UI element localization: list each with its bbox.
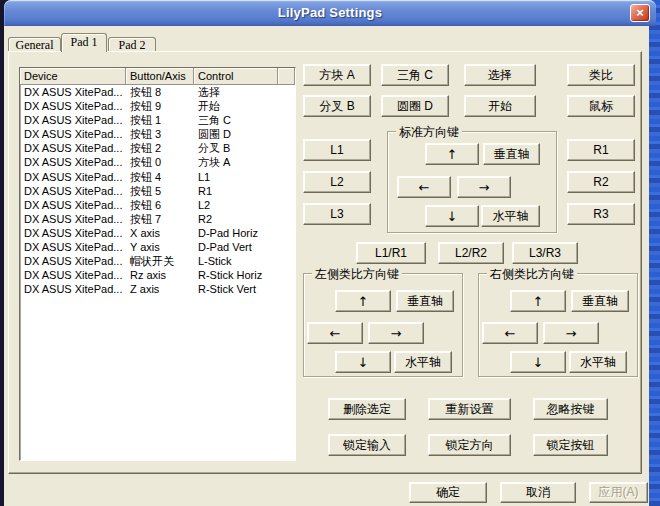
table-body: DX ASUS XitePad... 按钮 8 选择 DX ASUS XiteP… (20, 85, 295, 296)
mouse-button[interactable]: 鼠标 (567, 95, 635, 117)
table-row[interactable]: DX ASUS XitePad... 按钮 5 R1 (20, 184, 295, 198)
apply-button[interactable]: 应用(A) (589, 482, 648, 503)
cell-device: DX ASUS XitePad... (20, 282, 126, 296)
l2-button[interactable]: L2 (303, 171, 371, 193)
delete-selected-button[interactable]: 删除选定 (328, 398, 406, 420)
column-header-device[interactable]: Device (20, 68, 126, 85)
dpad-down-button[interactable]: ↓ (425, 205, 479, 227)
table-row[interactable]: DX ASUS XitePad... Z axis R-Stick Vert (20, 282, 295, 296)
cell-device: DX ASUS XitePad... (20, 170, 126, 184)
cell-button: 按钮 8 (126, 85, 194, 99)
right-analog-up-button[interactable]: ↑ (510, 290, 566, 312)
table-row[interactable]: DX ASUS XitePad... 按钮 6 L2 (20, 198, 295, 212)
window-titlebar: LilyPad Settings × (4, 0, 656, 26)
left-analog-left-button[interactable]: ← (307, 322, 363, 344)
lock-direction-button[interactable]: 锁定方向 (428, 434, 511, 456)
cell-button: 按钮 3 (126, 127, 194, 141)
right-analog-vertical-axis-button[interactable]: 垂直轴 (571, 290, 629, 312)
cell-device: DX ASUS XitePad... (20, 155, 126, 169)
r3-button[interactable]: R3 (567, 203, 635, 225)
dpad-up-button[interactable]: ↑ (425, 143, 479, 165)
table-row[interactable]: DX ASUS XitePad... X axis D-Pad Horiz (20, 226, 295, 240)
left-analog-up-button[interactable]: ↑ (335, 290, 391, 312)
r1-button[interactable]: R1 (567, 139, 635, 161)
l3-button[interactable]: L3 (303, 203, 371, 225)
cell-control: 分叉 B (194, 141, 295, 155)
cancel-button[interactable]: 取消 (500, 482, 576, 503)
left-analog-down-button[interactable]: ↓ (335, 351, 391, 373)
table-row[interactable]: DX ASUS XitePad... Y axis D-Pad Vert (20, 240, 295, 254)
table-row[interactable]: DX ASUS XitePad... 帽状开关 L-Stick (20, 254, 295, 268)
cell-button: 按钮 4 (126, 170, 194, 184)
cell-control: 开始 (194, 99, 295, 113)
cross-button[interactable]: 分叉 B (303, 95, 371, 117)
tab-general[interactable]: General (8, 37, 61, 52)
table-row[interactable]: DX ASUS XitePad... 按钮 1 三角 C (20, 113, 295, 127)
dpad-vertical-axis-button[interactable]: 垂直轴 (483, 143, 540, 165)
table-row[interactable]: DX ASUS XitePad... 按钮 3 圆圈 D (20, 127, 295, 141)
column-header-button-axis[interactable]: Button/Axis (126, 68, 194, 85)
tab-pad2[interactable]: Pad 2 (108, 37, 156, 52)
cell-button: Y axis (126, 240, 194, 254)
l1-button[interactable]: L1 (303, 139, 371, 161)
cell-button: 按钮 1 (126, 113, 194, 127)
cell-device: DX ASUS XitePad... (20, 113, 126, 127)
select-button[interactable]: 选择 (464, 64, 536, 86)
dpad-horizontal-axis-button[interactable]: 水平轴 (481, 205, 540, 227)
right-analog-group: 右侧类比方向键 ↑ 垂直轴 ← → ↓ 水平轴 (478, 273, 638, 377)
l2r2-button[interactable]: L2/R2 (438, 242, 504, 264)
cell-control: 选择 (194, 85, 295, 99)
column-header-control[interactable]: Control (194, 68, 278, 85)
cell-control: 三角 C (194, 113, 295, 127)
table-row[interactable]: DX ASUS XitePad... 按钮 9 开始 (20, 99, 295, 113)
analog-button[interactable]: 类比 (567, 64, 635, 86)
standard-dpad-group-label: 标准方向键 (396, 124, 462, 141)
lock-buttons-button[interactable]: 锁定按钮 (533, 434, 608, 456)
close-icon[interactable]: × (630, 4, 650, 22)
right-analog-left-button[interactable]: ← (482, 322, 538, 344)
right-analog-down-button[interactable]: ↓ (510, 351, 566, 373)
ignore-key-button[interactable]: 忽略按键 (533, 398, 608, 420)
cell-button: Z axis (126, 282, 194, 296)
reset-button[interactable]: 重新设置 (428, 398, 511, 420)
dpad-left-button[interactable]: ← (397, 176, 451, 198)
window-title: LilyPad Settings (4, 5, 656, 20)
start-button[interactable]: 开始 (464, 95, 536, 117)
cell-button: X axis (126, 226, 194, 240)
cell-button: 按钮 5 (126, 184, 194, 198)
triangle-button[interactable]: 三角 C (381, 64, 449, 86)
cell-device: DX ASUS XitePad... (20, 141, 126, 155)
left-analog-right-button[interactable]: → (368, 322, 424, 344)
l1r1-button[interactable]: L1/R1 (356, 242, 426, 264)
cell-button: 按钮 6 (126, 198, 194, 212)
circle-button[interactable]: 圆圈 D (381, 95, 449, 117)
table-row[interactable]: DX ASUS XitePad... 按钮 8 选择 (20, 85, 295, 99)
cell-device: DX ASUS XitePad... (20, 212, 126, 226)
cell-control: D-Pad Vert (194, 240, 295, 254)
right-analog-right-button[interactable]: → (543, 322, 599, 344)
table-row[interactable]: DX ASUS XitePad... 按钮 0 方块 A (20, 155, 295, 169)
l3r3-button[interactable]: L3/R3 (512, 242, 578, 264)
cell-device: DX ASUS XitePad... (20, 268, 126, 282)
table-row[interactable]: DX ASUS XitePad... 按钮 2 分叉 B (20, 141, 295, 155)
r2-button[interactable]: R2 (567, 171, 635, 193)
lock-input-button[interactable]: 锁定输入 (328, 434, 406, 456)
left-analog-vertical-axis-button[interactable]: 垂直轴 (396, 290, 454, 312)
cell-device: DX ASUS XitePad... (20, 226, 126, 240)
left-analog-horizontal-axis-button[interactable]: 水平轴 (394, 351, 452, 373)
right-analog-horizontal-axis-button[interactable]: 水平轴 (569, 351, 627, 373)
cell-button: Rz axis (126, 268, 194, 282)
square-button[interactable]: 方块 A (303, 64, 371, 86)
cell-device: DX ASUS XitePad... (20, 198, 126, 212)
cell-button: 按钮 9 (126, 99, 194, 113)
dpad-right-button[interactable]: → (457, 176, 511, 198)
table-row[interactable]: DX ASUS XitePad... 按钮 7 R2 (20, 212, 295, 226)
cell-control: R-Stick Vert (194, 282, 295, 296)
table-row[interactable]: DX ASUS XitePad... 按钮 4 L1 (20, 170, 295, 184)
cell-button: 按钮 7 (126, 212, 194, 226)
table-row[interactable]: DX ASUS XitePad... Rz axis R-Stick Horiz (20, 268, 295, 282)
cell-device: DX ASUS XitePad... (20, 240, 126, 254)
pad1-tab-page: Device Button/Axis Control DX ASUS XiteP… (8, 51, 642, 474)
ok-button[interactable]: 确定 (409, 482, 487, 503)
tab-pad1[interactable]: Pad 1 (61, 33, 107, 52)
